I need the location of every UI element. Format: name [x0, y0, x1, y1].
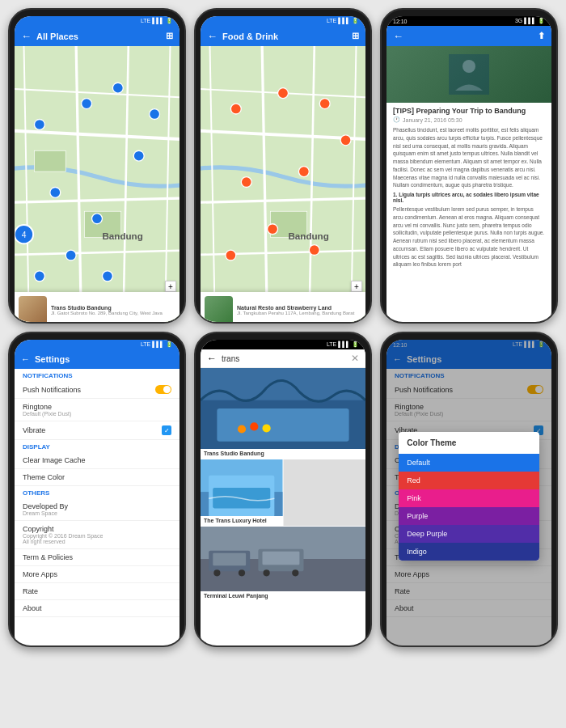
- settings-theme-color-1[interactable]: Theme Color: [15, 469, 180, 486]
- phone-settings-1: LTE ▌▌▌ 🔋 ← Settings Notifications Push …: [8, 332, 186, 647]
- place-addr-1: Jl. Gatot Subroto No. 289, Bandung City,…: [51, 311, 175, 315]
- svg-point-18: [65, 250, 76, 260]
- menu-icon-2[interactable]: ⊞: [352, 31, 359, 41]
- svg-point-39: [298, 167, 309, 177]
- settings-about-1[interactable]: About: [15, 600, 180, 617]
- place-addr-2: Jl. Tangkuban Perahu 117A, Lembang, Band…: [237, 311, 361, 315]
- search-result-trans[interactable]: Trans Studio Bandung: [201, 368, 365, 459]
- svg-text:4: 4: [22, 231, 27, 239]
- settings-developed-by-1: Developed By Dream Space: [15, 498, 180, 521]
- status-bar-2: LTE ▌▌▌ 🔋: [201, 16, 365, 26]
- svg-point-40: [241, 177, 251, 188]
- svg-point-36: [278, 88, 289, 99]
- svg-rect-66: [263, 552, 300, 565]
- settings-rate-1[interactable]: Rate: [15, 583, 180, 600]
- signal-2: LTE ▌▌▌ 🔋: [327, 18, 359, 24]
- svg-text:Bandung: Bandung: [102, 231, 142, 241]
- status-bar-1: LTE ▌▌▌ 🔋: [15, 16, 180, 26]
- back-button-1[interactable]: ←: [21, 30, 32, 42]
- search-result-empty: [284, 459, 366, 526]
- back-button-3[interactable]: ←: [393, 30, 403, 42]
- status-bar-5: LTE ▌▌▌ 🔋: [201, 340, 365, 349]
- toggle-push-1[interactable]: [155, 385, 171, 394]
- svg-rect-10: [34, 150, 65, 171]
- signal-3: 3G ▌▌▌ 🔋: [515, 18, 545, 24]
- settings-clear-cache-1[interactable]: Clear Image Cache: [15, 452, 180, 469]
- zoom-in-1[interactable]: +: [165, 281, 176, 292]
- search-result-img-bus: [201, 527, 365, 591]
- settings-header-1: ← Settings: [15, 349, 180, 369]
- color-theme-title: Color Theme: [399, 432, 539, 454]
- menu-icon-1[interactable]: ⊞: [166, 31, 173, 41]
- search-result-img-trans: [201, 368, 365, 449]
- search-result-img-hotel: [201, 459, 283, 516]
- place-card-1[interactable]: Trans Studio Bandung Jl. Gatot Subroto N…: [15, 292, 180, 324]
- zoom-in-2[interactable]: +: [351, 281, 362, 292]
- svg-rect-48: [449, 54, 489, 95]
- svg-point-52: [238, 425, 246, 433]
- search-input[interactable]: trans: [222, 354, 351, 363]
- article-header-image: [386, 46, 551, 103]
- svg-point-35: [230, 104, 241, 114]
- settings-push-notifications-1[interactable]: Push Notifications: [15, 381, 180, 399]
- search-clear-icon[interactable]: ✕: [351, 353, 359, 364]
- svg-point-11: [34, 119, 44, 129]
- map-food-drink[interactable]: Bandung Google Telkom + − Natural Resto …: [201, 46, 365, 324]
- settings-more-apps-1[interactable]: More Apps: [15, 566, 180, 583]
- settings-ringtone-1[interactable]: Ringtone Default (Pixie Dust): [15, 399, 180, 421]
- svg-point-54: [263, 424, 271, 432]
- phone-settings-theme: 12:10 LTE ▌▌▌ 🔋 ← Settings Notifications…: [380, 332, 558, 647]
- svg-point-12: [82, 99, 92, 109]
- search-bar[interactable]: ← trans ✕: [201, 349, 365, 368]
- signal-1: LTE ▌▌▌ 🔋: [141, 18, 173, 24]
- color-option-indigo[interactable]: Indigo: [399, 543, 539, 561]
- color-option-pink[interactable]: Pink: [399, 489, 539, 507]
- svg-point-37: [319, 99, 330, 109]
- phone-all-places: LTE ▌▌▌ 🔋 ← All Places ⊞: [8, 8, 186, 324]
- article-title: [TIPS] Preparing Your Trip to Bandung: [386, 103, 551, 116]
- place-card-2[interactable]: Natural Resto and Strawberry Land Jl. Ta…: [201, 292, 365, 324]
- phone-search: LTE ▌▌▌ 🔋 ← trans ✕: [194, 332, 372, 647]
- color-option-red[interactable]: Red: [399, 472, 539, 489]
- time-3: 12:10: [393, 19, 408, 24]
- svg-point-41: [268, 224, 278, 235]
- status-bar-4: LTE ▌▌▌ 🔋: [15, 340, 180, 349]
- article-body-2: Pellentesque vestibulum lorem sed purus …: [386, 205, 551, 269]
- top-bar-3: ← ⬆: [386, 26, 551, 46]
- settings-vibrate-1[interactable]: Vibrate ✓: [15, 421, 180, 440]
- map-all-places[interactable]: 4 Bandung Google + − Trans: [15, 46, 180, 324]
- place-card-info-2: Natural Resto and Strawberry Land Jl. Ta…: [233, 305, 361, 315]
- article-body-1: Phasellus tincidunt, est laoreet mollis …: [386, 126, 551, 189]
- top-bar-2: ← Food & Drink ⊞: [201, 26, 365, 46]
- color-option-purple[interactable]: Purple: [399, 507, 539, 525]
- settings-title-1: Settings: [35, 354, 70, 364]
- article-point-1: 1. Ligula turpis ultrices arcu, ac sodal…: [386, 189, 551, 205]
- place-name-2: Natural Resto and Strawberry Land: [237, 305, 361, 311]
- search-results-row-2: The Trans Luxury Hotel: [201, 459, 365, 526]
- svg-point-16: [50, 188, 61, 198]
- back-button-5[interactable]: ←: [207, 353, 217, 364]
- color-theme-dialog: Color Theme Default Red Pink Purple Deep…: [399, 432, 539, 561]
- signal-5: LTE ▌▌▌ 🔋: [327, 341, 359, 348]
- svg-rect-51: [217, 408, 348, 442]
- settings-body-1: Notifications Push Notifications Rington…: [15, 369, 180, 647]
- back-button-2[interactable]: ←: [207, 30, 218, 42]
- place-card-img-1: [19, 296, 47, 324]
- share-icon-3[interactable]: ⬆: [538, 31, 545, 41]
- svg-point-15: [133, 150, 144, 161]
- color-theme-overlay[interactable]: Color Theme Default Red Pink Purple Deep…: [386, 340, 551, 647]
- settings-terms-1[interactable]: Term & Policies: [15, 549, 180, 566]
- color-option-deep-purple[interactable]: Deep Purple: [399, 525, 539, 543]
- search-result-hotel[interactable]: The Trans Luxury Hotel: [201, 459, 283, 526]
- place-card-img-2: [205, 296, 233, 324]
- color-option-default[interactable]: Default: [399, 454, 539, 472]
- search-result-label-terminal: Terminal Leuwi Panjang: [201, 591, 365, 601]
- svg-point-64: [239, 569, 245, 576]
- top-bar-1: ← All Places ⊞: [15, 26, 180, 46]
- search-result-terminal[interactable]: Terminal Leuwi Panjang: [201, 527, 365, 601]
- svg-point-20: [102, 271, 112, 281]
- toggle-vibrate-1[interactable]: ✓: [162, 425, 171, 435]
- svg-point-14: [150, 109, 160, 120]
- svg-point-53: [250, 422, 258, 430]
- back-button-4[interactable]: ←: [21, 354, 30, 364]
